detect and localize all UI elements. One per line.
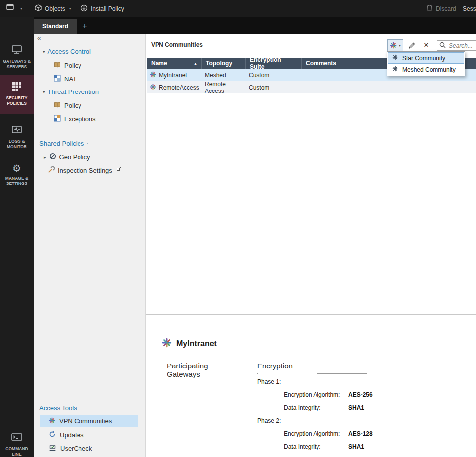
delete-button[interactable]: ✕ [421,40,432,50]
discard-button[interactable]: Discard [426,0,456,17]
edit-button[interactable] [406,40,418,50]
nav-item-vpn-communities[interactable]: VPN Communities [40,415,138,427]
nav-item-threat-policy[interactable]: Policy [54,101,81,110]
star-community-icon [392,54,398,62]
gear-icon: ⚙ [12,163,21,173]
sidebar-label: GATEWAYS & SERVERS [1,59,33,70]
phase1-label: Phase 1: [257,378,281,385]
install-policy-label: Install Policy [91,5,124,12]
menu-item-meshed-community[interactable]: Meshed Community [388,64,464,75]
book-icon [54,61,61,70]
nav-item-access-policy[interactable]: Policy [54,61,81,70]
usercheck-icon [49,445,56,453]
nav-item-geo-policy[interactable]: ▸ Geo Policy [44,153,90,161]
exceptions-grid-icon [54,115,61,123]
participating-gateways-header: Participating Gateways [167,362,242,382]
phase2-label: Phase 2: [257,417,281,424]
sidebar-item-security-policies[interactable]: SECURITY POLICIES [0,75,34,114]
policy-tab-bar: Standard + [34,17,476,34]
phase2-integrity-row: Data Integrity:SHA1 [284,443,364,450]
chevron-down-icon: ▾ [20,6,22,11]
phase1-encryption-row: Encryption Algorithm:AES-256 [284,391,373,398]
plus-icon: + [82,22,87,31]
book-icon [54,101,61,110]
pane-title: VPN Communities [151,41,203,48]
nav-item-label: VPN Communities [59,417,112,425]
column-header-topology[interactable]: Topology [202,58,246,69]
details-title: MyIntranet [176,339,217,348]
nav-item-nat[interactable]: NAT [54,75,77,83]
vpn-community-star-icon [150,71,156,79]
nat-grid-icon [54,75,61,83]
search-box [437,40,476,51]
section-label: Threat Prevention [48,88,99,95]
cell-suite: Custom [246,72,302,79]
app-menu-button[interactable]: ▾ [6,0,22,17]
sidebar-item-manage-settings[interactable]: ⚙ MANAGE & SETTINGS [0,163,34,186]
nav-item-label: Inspection Settings [58,167,112,174]
primary-sidebar: GATEWAYS & SERVERS SECURITY POLICIES LOG… [0,17,34,457]
session-label: Sessi [463,5,476,12]
sidebar-item-logs-monitor[interactable]: LOGS & MONITOR [0,125,34,150]
sidebar-item-gateways-servers[interactable]: GATEWAYS & SERVERS [0,45,34,70]
column-header-encryption-suite[interactable]: Encryption Suite [246,58,302,69]
new-community-button[interactable]: ▾ [387,39,403,51]
install-policy-icon [80,4,88,13]
search-icon [439,41,446,50]
star-community-icon [390,42,397,49]
chevron-right-icon: ▸ [44,155,46,160]
dotted-divider [87,143,140,144]
menu-item-label: Star Community [402,55,445,62]
phase2-algorithm-value: AES-128 [348,430,373,437]
section-label: Access Control [48,48,91,55]
header-label: Shared Policies [39,140,84,147]
nav-item-updates[interactable]: Updates [40,429,138,441]
nav-section-access-control[interactable]: ▾ Access Control [43,48,91,55]
nav-item-exceptions[interactable]: Exceptions [54,115,96,123]
column-header-comments[interactable]: Comments [302,58,345,69]
session-button[interactable]: Sessi [463,0,476,17]
cell-name: RemoteAccess [159,84,199,91]
external-link-icon [117,165,121,172]
objects-button[interactable]: Objects ▾ [35,0,71,17]
sidebar-label: SECURITY POLICIES [1,95,33,106]
header-label: Access Tools [39,404,77,412]
column-header-name[interactable]: Name ▲ [147,58,202,69]
cell-topology: Remote Access [202,81,246,94]
wrench-icon [48,166,55,175]
refresh-icon [49,431,56,439]
menu-item-star-community[interactable]: Star Community [388,52,464,64]
chevron-down-icon: ▾ [399,43,401,48]
collapse-panel-button[interactable]: « [37,34,41,42]
nav-section-threat-prevention[interactable]: ▾ Threat Prevention [43,88,99,95]
close-icon: ✕ [424,41,429,49]
topbar: ▾ Objects ▾ Install Policy Discard Sessi [0,0,476,17]
nav-item-label: Updates [60,431,83,439]
phase1-integrity-row: Data Integrity:SHA1 [284,404,364,411]
new-tab-button[interactable]: + [77,19,93,34]
nav-item-inspection-settings[interactable]: Inspection Settings [48,166,121,175]
sidebar-label: LOGS & MONITOR [1,139,33,150]
nav-header-shared-policies: Shared Policies [39,140,140,147]
smartconsole-window: ▾ Objects ▾ Install Policy Discard Sessi [0,0,476,457]
cell-topology: Meshed [202,72,246,79]
menu-item-label: Meshed Community [402,66,456,73]
install-policy-button[interactable]: Install Policy [80,0,124,17]
discard-label: Discard [436,5,456,12]
table-row-remoteaccess[interactable]: RemoteAccess Remote Access Custom [147,81,476,93]
cell-name: MyIntranet [159,72,187,79]
pencil-icon [408,42,416,49]
chevron-down-icon: ▾ [43,90,45,94]
details-divider [159,355,473,355]
phase2-encryption-row: Encryption Algorithm:AES-128 [284,430,373,437]
monitor-icon [11,45,22,56]
objects-cube-icon [35,4,42,13]
sidebar-item-command-line[interactable]: COMMAND LINE [0,433,34,457]
nav-item-usercheck[interactable]: UserCheck [40,443,138,454]
tab-standard[interactable]: Standard [34,19,77,34]
geo-policy-icon [49,153,56,161]
sidebar-label: MANAGE & SETTINGS [1,176,33,186]
search-input[interactable] [448,42,476,50]
nav-header-access-tools: Access Tools [39,404,140,412]
toolbar-divider [435,41,435,50]
